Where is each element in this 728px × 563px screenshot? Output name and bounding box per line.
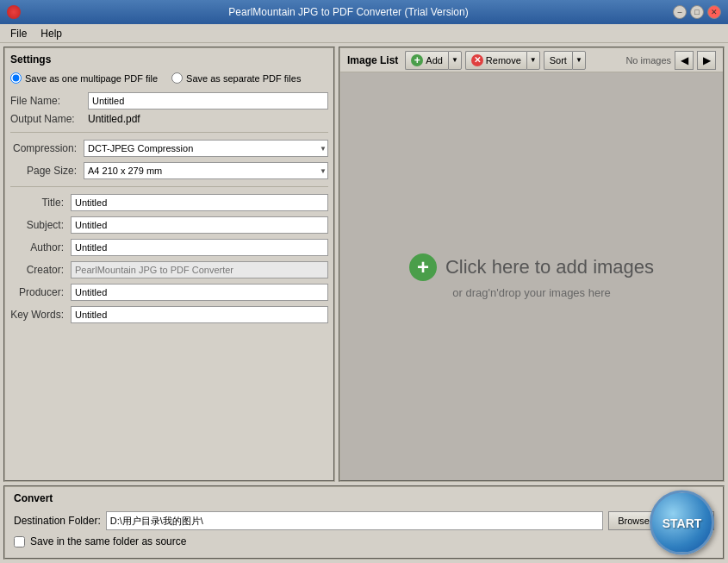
keywords-input[interactable]: [71, 306, 328, 323]
title-input[interactable]: [71, 194, 328, 211]
producer-row: Producer:: [10, 284, 328, 301]
toolbar-group-left: Image List + Add ▼ ✕ Remove ▼: [347, 51, 586, 70]
page-size-label: Page Size:: [10, 165, 84, 177]
save-separate-label: Save as separate PDF files: [186, 73, 301, 84]
no-images-text: No images: [625, 55, 671, 66]
image-list-title: Image List: [347, 54, 398, 66]
sort-label: Sort: [550, 55, 567, 66]
remove-button[interactable]: ✕ Remove: [465, 51, 526, 70]
subject-row: Subject:: [10, 216, 328, 234]
click-here-row: + Click here to add images: [409, 253, 654, 281]
add-button-group: + Add ▼: [405, 51, 462, 70]
save-separate-option[interactable]: Save as separate PDF files: [171, 72, 301, 84]
page-size-select-wrapper: A4 210 x 279 mm: [84, 162, 328, 179]
save-multipage-radio[interactable]: [10, 72, 22, 84]
dest-folder-input[interactable]: [106, 511, 604, 530]
output-name-row: Output Name: Untitled.pdf: [10, 113, 328, 125]
page-size-select[interactable]: A4 210 x 279 mm: [84, 162, 328, 179]
add-label: Add: [426, 55, 443, 66]
page-size-row: Page Size: A4 210 x 279 mm: [10, 162, 328, 179]
image-drop-area[interactable]: + Click here to add images or drag'n'dro…: [340, 72, 723, 480]
app-icon: [7, 5, 21, 19]
compression-row: Compression: DCT-JPEG Compression: [10, 140, 328, 157]
convert-panel: Convert Destination Folder: Browse... Op…: [3, 485, 725, 560]
dest-folder-label: Destination Folder:: [14, 515, 101, 527]
add-circle-icon: +: [409, 253, 437, 281]
nav-prev-button[interactable]: ◀: [675, 51, 694, 70]
main-content: Settings Save as one multipage PDF file …: [0, 43, 728, 485]
author-input[interactable]: [71, 239, 328, 256]
settings-title: Settings: [10, 53, 328, 66]
minimize-button[interactable]: –: [673, 5, 687, 19]
save-mode-group: Save as one multipage PDF file Save as s…: [10, 72, 328, 84]
add-button[interactable]: + Add: [405, 51, 448, 70]
compression-label: Compression:: [10, 142, 84, 154]
click-here-text: Click here to add images: [445, 256, 654, 278]
author-row: Author:: [10, 239, 328, 256]
convert-title: Convert: [14, 492, 714, 504]
title-row: Title:: [10, 194, 328, 211]
save-multipage-label: Save as one multipage PDF file: [25, 73, 158, 84]
save-multipage-option[interactable]: Save as one multipage PDF file: [10, 72, 158, 84]
settings-panel: Settings Save as one multipage PDF file …: [3, 47, 335, 482]
compression-select-wrapper: DCT-JPEG Compression: [84, 140, 328, 157]
menubar: File Help: [0, 24, 728, 43]
subject-input[interactable]: [71, 216, 328, 234]
keywords-label: Key Words:: [10, 309, 71, 321]
creator-input[interactable]: [71, 261, 328, 278]
menu-help[interactable]: Help: [34, 26, 69, 41]
add-icon: +: [411, 54, 423, 66]
remove-icon: ✕: [471, 54, 483, 66]
titlebar: PearlMountain JPG to PDF Converter (Tria…: [0, 0, 728, 24]
drag-drop-text: or drag'n'drop your images here: [452, 286, 610, 299]
compression-select[interactable]: DCT-JPEG Compression: [84, 140, 328, 157]
image-panel-header: Image List + Add ▼ ✕ Remove ▼: [340, 48, 723, 72]
remove-button-group: ✕ Remove ▼: [465, 51, 540, 70]
output-name-label: Output Name:: [10, 113, 88, 125]
same-folder-checkbox[interactable]: [14, 536, 25, 547]
remove-label: Remove: [486, 55, 521, 66]
close-button[interactable]: ✕: [707, 5, 721, 19]
nav-next-button[interactable]: ▶: [697, 51, 716, 70]
sort-button-group: Sort ▼: [544, 51, 586, 70]
menu-file[interactable]: File: [3, 26, 34, 41]
title-label: Title:: [10, 197, 71, 209]
destination-row: Destination Folder: Browse... Open: [14, 511, 714, 530]
window-controls: – □ ✕: [673, 5, 721, 19]
sort-dropdown-arrow[interactable]: ▼: [572, 51, 586, 70]
output-name-value: Untitled.pdf: [88, 113, 140, 125]
creator-row: Creator:: [10, 261, 328, 278]
same-folder-row: Save in the same folder as source: [14, 535, 714, 547]
image-panel: Image List + Add ▼ ✕ Remove ▼: [339, 47, 725, 482]
same-folder-label: Save in the same folder as source: [30, 535, 186, 547]
keywords-row: Key Words:: [10, 306, 328, 323]
producer-label: Producer:: [10, 286, 71, 298]
add-dropdown-arrow[interactable]: ▼: [448, 51, 462, 70]
file-name-label: File Name:: [10, 95, 88, 107]
file-name-row: File Name:: [10, 92, 328, 109]
start-button[interactable]: START: [650, 491, 714, 555]
sort-button[interactable]: Sort: [544, 51, 572, 70]
save-separate-radio[interactable]: [171, 72, 183, 84]
maximize-button[interactable]: □: [690, 5, 704, 19]
remove-dropdown-arrow[interactable]: ▼: [526, 51, 540, 70]
author-label: Author:: [10, 241, 71, 253]
subject-label: Subject:: [10, 219, 71, 231]
file-name-input[interactable]: [88, 92, 328, 109]
toolbar-group-right: No images ◀ ▶: [625, 51, 716, 70]
window-title: PearlMountain JPG to PDF Converter (Tria…: [24, 6, 673, 18]
creator-label: Creator:: [10, 264, 71, 276]
producer-input[interactable]: [71, 284, 328, 301]
